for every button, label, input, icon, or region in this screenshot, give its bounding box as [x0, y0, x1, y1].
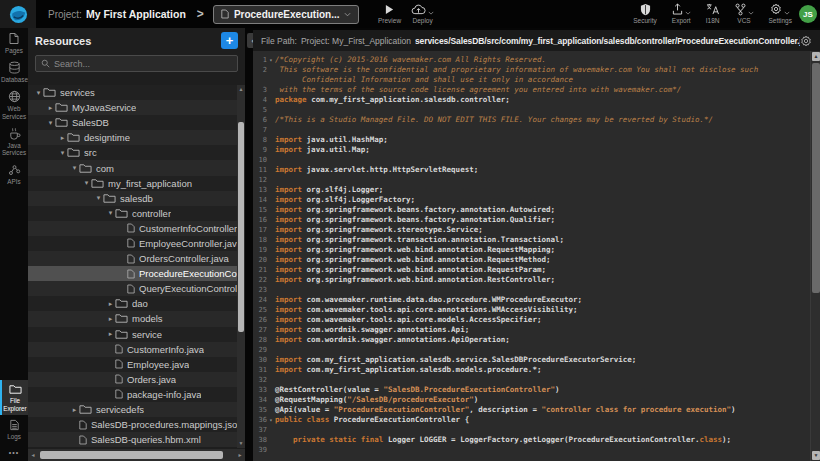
rail-item-apis[interactable]: APIs	[0, 159, 28, 188]
scroll-down-icon[interactable]: ▼	[237, 439, 245, 448]
code-line[interactable]: 27import com.wordnik.swagger.annotations…	[253, 325, 820, 335]
security-button[interactable]: Security	[633, 2, 656, 24]
code-line[interactable]: 17import org.springframework.stereotype.…	[253, 225, 820, 235]
scroll-up-icon[interactable]: ▲	[812, 52, 820, 61]
tree-file-row[interactable]: OrdersController.java	[28, 251, 239, 266]
tree-file-row[interactable]: CustomerInfoController.java	[28, 221, 239, 236]
scroll-right-icon[interactable]: ▸	[235, 449, 245, 461]
vcs-button[interactable]: VCS	[735, 2, 754, 24]
code-line[interactable]: 20import org.springframework.web.bind.an…	[253, 255, 820, 265]
tree-file-row[interactable]: CustomerInfo.java	[28, 342, 239, 357]
code-line[interactable]: 4package com.my_first_application.salesd…	[253, 95, 820, 105]
code-line[interactable]: 23	[253, 285, 820, 295]
scroll-left-icon[interactable]: ◂	[28, 449, 38, 461]
code-line[interactable]: 36▾public class ProcedureExecutionContro…	[253, 415, 820, 425]
code-line[interactable]: 12	[253, 175, 820, 185]
editor-vertical-scrollbar[interactable]: ▲ ▼	[810, 51, 820, 461]
tree-folder-row[interactable]: ▾SalesDB	[28, 115, 239, 130]
i18n-button[interactable]: I18N	[706, 2, 720, 24]
scroll-down-icon[interactable]: ▼	[812, 451, 820, 460]
code-line[interactable]: 14import org.slf4j.LoggerFactory;	[253, 195, 820, 205]
tree-folder-row[interactable]: ▸models	[28, 311, 239, 326]
code-line[interactable]: 38 private static final Logger LOGGER = …	[253, 435, 820, 445]
tree-file-row[interactable]: EmployeeController.java	[28, 236, 239, 251]
settings-button[interactable]: Settings	[769, 2, 793, 24]
code-line[interactable]: 5	[253, 105, 820, 115]
code-line[interactable]: 31import com.my_first_application.salesd…	[253, 365, 820, 375]
code-line[interactable]: 2 This software is the confidential and …	[253, 65, 820, 75]
add-resource-button[interactable]: +	[221, 32, 238, 49]
code-line[interactable]: 3 with the terms of the source code lice…	[253, 85, 820, 95]
code-line[interactable]: 28import com.wordnik.swagger.annotations…	[253, 335, 820, 345]
code-line[interactable]: 29	[253, 345, 820, 355]
code-line[interactable]: 7	[253, 125, 820, 135]
code-line[interactable]: 24import com.wavemaker.runtime.data.dao.…	[253, 295, 820, 305]
code-line[interactable]: Confidential Information and shall use i…	[253, 75, 820, 85]
code-line[interactable]: 22import org.springframework.web.bind.an…	[253, 275, 820, 285]
rail-item-java-services[interactable]: Java Services	[0, 123, 28, 159]
code-line[interactable]: 32	[253, 375, 820, 385]
code-line[interactable]: 18import org.springframework.transaction…	[253, 235, 820, 245]
tree-folder-row[interactable]: ▸service	[28, 327, 239, 342]
code-line[interactable]: 35@Api(value = "ProcedureExecutionContro…	[253, 405, 820, 415]
code-line[interactable]: 6/*This is a Studio Managed File. DO NOT…	[253, 115, 820, 125]
code-line[interactable]: 26import com.wavemaker.tools.api.core.mo…	[253, 315, 820, 325]
tree-folder-row[interactable]: ▾my_first_application	[28, 176, 239, 191]
tree-file-row[interactable]: ProcedureExecutionController.java	[28, 266, 239, 281]
code-line[interactable]: 8import java.util.HashMap;	[253, 135, 820, 145]
code-line[interactable]: 19import org.springframework.web.bind.an…	[253, 245, 820, 255]
preview-button[interactable]: Preview	[378, 2, 401, 24]
tree-file-row[interactable]: SalesDB-queries.hbm.xml	[28, 432, 239, 447]
avatar[interactable]: JS	[799, 5, 817, 23]
code-line[interactable]: 16import org.springframework.beans.facto…	[253, 215, 820, 225]
tree-folder-row[interactable]: ▸servicedefs	[28, 402, 239, 417]
rail-item-logs[interactable]: Logs	[0, 415, 28, 443]
rail-item-databases[interactable]: Databases	[0, 57, 28, 86]
wavemaker-logo[interactable]	[0, 0, 36, 28]
rail-item-file-explorer[interactable]: File Explorer	[0, 380, 28, 414]
deploy-button[interactable]: Deploy	[411, 2, 434, 24]
code-editor[interactable]: 1▾/*Copyright (c) 2015-2016 wavemaker.co…	[253, 51, 820, 461]
code-line[interactable]: 30import com.my_first_application.salesd…	[253, 355, 820, 365]
tree-file-row[interactable]: SalesDB-procedures.mappings.json	[28, 417, 239, 432]
tree-vertical-scrollbar[interactable]: ▲ ▼	[237, 85, 245, 448]
tree-folder-row[interactable]: ▾src	[28, 145, 239, 160]
tree-horizontal-scrollbar[interactable]: ◂ ▸	[28, 449, 245, 461]
code-line[interactable]: 21import org.springframework.web.bind.an…	[253, 265, 820, 275]
tree-folder-row[interactable]: ▸MyJavaService	[28, 100, 239, 115]
tree-folder-row[interactable]: ▾salesdb	[28, 191, 239, 206]
more-options-button[interactable]: •••	[0, 443, 28, 461]
code-line[interactable]: 13import org.slf4j.Logger;	[253, 185, 820, 195]
tree-folder-row[interactable]: ▾services	[28, 85, 239, 100]
tree-file-row[interactable]: QueryExecutionController.java	[28, 281, 239, 296]
code-line[interactable]: 37	[253, 425, 820, 435]
code-line[interactable]: 39	[253, 445, 820, 455]
tree-hscrollbar-thumb[interactable]	[40, 451, 223, 459]
tree-folder-row[interactable]: ▾com	[28, 160, 239, 175]
tree-folder-row[interactable]: ▸designtime	[28, 130, 239, 145]
editor-scrollbar-thumb[interactable]	[812, 63, 820, 293]
code-line[interactable]: 1▾/*Copyright (c) 2015-2016 wavemaker.co…	[253, 55, 820, 65]
search-input[interactable]	[54, 59, 232, 69]
tree-scrollbar-thumb[interactable]	[238, 122, 244, 332]
code-line[interactable]: 9import java.util.Map;	[253, 145, 820, 155]
tree-folder-row[interactable]: ▾controller	[28, 206, 239, 221]
code-line[interactable]: 10	[253, 155, 820, 165]
tree-file-row[interactable]: package-info.java	[28, 387, 239, 402]
code-line[interactable]: 25import com.wavemaker.tools.api.core.an…	[253, 305, 820, 315]
tree-file-row[interactable]: Employee.java	[28, 357, 239, 372]
code-line[interactable]: 11import javax.servlet.http.HttpServletR…	[253, 165, 820, 175]
tree-file-row[interactable]: Orders.java	[28, 372, 239, 387]
action-label: Preview	[378, 17, 401, 24]
fold-slot	[267, 365, 275, 375]
code-line[interactable]: 34@RequestMapping("/SalesDB/procedureExe…	[253, 395, 820, 405]
file-dropdown[interactable]: ProcedureExecution...	[213, 5, 360, 24]
rail-item-web-services[interactable]: Web Services	[0, 86, 28, 122]
rail-item-pages[interactable]: Pages	[0, 28, 28, 57]
code-line[interactable]: 15import org.springframework.beans.facto…	[253, 205, 820, 215]
code-line[interactable]: 33@RestController(value = "SalesDB.Proce…	[253, 385, 820, 395]
export-button[interactable]: Export	[672, 2, 691, 24]
gear-icon[interactable]	[800, 35, 812, 47]
scroll-up-icon[interactable]: ▲	[237, 85, 245, 94]
tree-folder-row[interactable]: ▸dao	[28, 296, 239, 311]
